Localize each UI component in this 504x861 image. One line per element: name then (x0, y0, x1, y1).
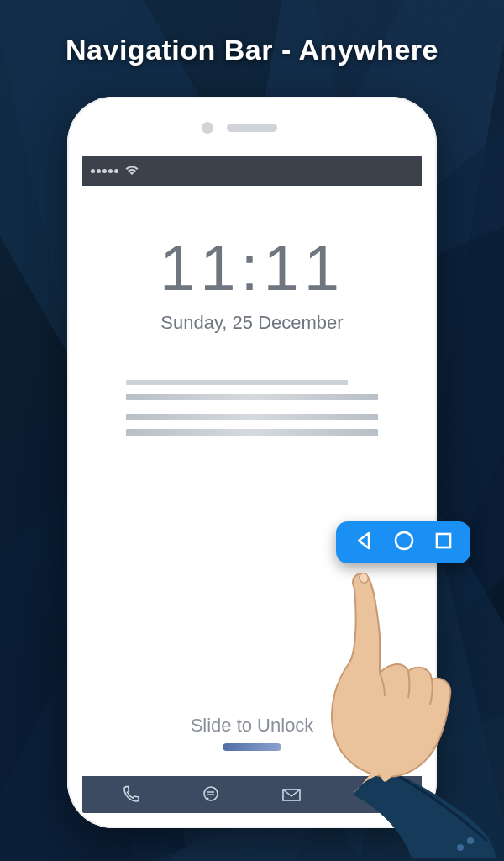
nav-home-button[interactable] (392, 529, 416, 556)
lockscreen: 11:11 Sunday, 25 December Slide to Unloc… (82, 186, 422, 776)
wifi-icon (125, 166, 139, 176)
nav-back-button[interactable] (354, 530, 375, 555)
status-bar (82, 156, 422, 186)
nav-recents-button[interactable] (433, 531, 454, 554)
clock-date: Sunday, 25 December (160, 312, 343, 334)
floating-navbar[interactable] (336, 521, 470, 563)
signal-icon (91, 169, 118, 173)
phone-mockup: 11:11 Sunday, 25 December Slide to Unloc… (67, 97, 437, 828)
camera-icon[interactable] (362, 784, 384, 805)
front-camera (202, 122, 213, 134)
svg-point-0 (204, 787, 218, 800)
svg-rect-7 (437, 534, 450, 547)
slide-label: Slide to Unlock (191, 715, 314, 737)
phone-screen: 11:11 Sunday, 25 December Slide to Unloc… (82, 156, 422, 813)
phone-icon[interactable] (121, 784, 141, 805)
clock-time: 11:11 (160, 236, 344, 300)
svg-point-6 (396, 532, 412, 549)
slide-handle[interactable] (223, 743, 281, 751)
svg-point-5 (370, 793, 376, 800)
earpiece (227, 124, 277, 132)
dock-bar (82, 776, 422, 813)
mail-icon[interactable] (281, 784, 302, 805)
page-title: Navigation Bar - Anywhere (0, 34, 504, 66)
notification-placeholder (126, 380, 378, 436)
slide-to-unlock[interactable]: Slide to Unlock (191, 715, 314, 751)
chat-icon[interactable] (201, 784, 221, 805)
